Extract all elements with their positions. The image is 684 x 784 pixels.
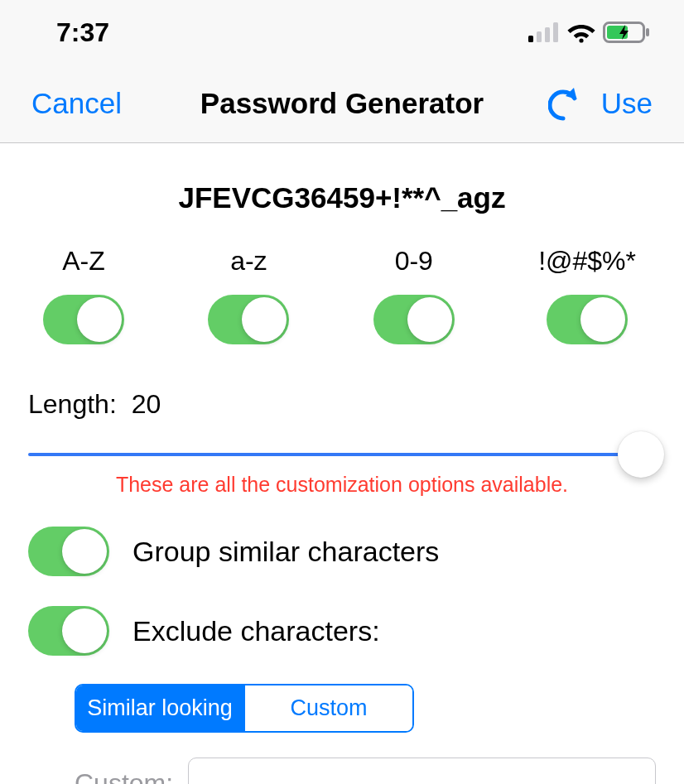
custom-exclude-label: Custom: — [75, 768, 173, 785]
toggle-digits[interactable] — [373, 295, 455, 344]
svg-rect-0 — [528, 36, 533, 42]
refresh-icon — [548, 86, 578, 121]
slider-track — [28, 453, 656, 456]
length-slider[interactable] — [28, 453, 656, 456]
nav-bar: Cancel Password Generator Use — [0, 65, 684, 143]
toggle-group-similar[interactable] — [28, 527, 109, 576]
generated-password: JFEVCG36459+!**^_agz — [28, 143, 656, 246]
length-value: 20 — [132, 389, 161, 420]
custom-exclude-input[interactable] — [188, 758, 656, 784]
svg-rect-3 — [553, 22, 558, 42]
svg-rect-7 — [646, 28, 649, 36]
charset-label-symbols: !@#$%* — [538, 246, 636, 277]
hint-text: These are all the customization options … — [28, 473, 656, 497]
charset-label-lowercase: a-z — [230, 246, 267, 277]
segment-custom[interactable]: Custom — [243, 685, 412, 731]
status-bar: 7:37 — [0, 0, 684, 65]
toggle-symbols[interactable] — [547, 295, 628, 344]
toggle-uppercase[interactable] — [43, 295, 124, 344]
length-row: Length: 20 — [28, 389, 656, 420]
status-icons — [528, 22, 651, 43]
exclude-chars-label: Exclude characters: — [132, 615, 380, 647]
use-button[interactable]: Use — [601, 87, 653, 120]
cellular-icon — [528, 22, 560, 42]
charset-toggles: A-Z a-z 0-9 !@#$%* — [28, 246, 656, 344]
exclude-mode-segmented[interactable]: Similar looking Custom — [75, 684, 414, 733]
battery-icon — [603, 22, 651, 43]
charset-label-uppercase: A-Z — [62, 246, 105, 277]
toggle-exclude-chars[interactable] — [28, 606, 109, 656]
svg-rect-1 — [537, 31, 542, 42]
status-time: 7:37 — [56, 17, 109, 48]
refresh-button[interactable] — [548, 86, 578, 121]
toggle-lowercase[interactable] — [208, 295, 289, 344]
segment-similar-looking[interactable]: Similar looking — [76, 685, 243, 731]
slider-thumb[interactable] — [618, 431, 664, 478]
svg-point-4 — [579, 38, 583, 42]
charset-label-digits: 0-9 — [395, 246, 433, 277]
length-label: Length: — [28, 389, 117, 420]
svg-rect-2 — [545, 27, 550, 42]
cancel-button[interactable]: Cancel — [31, 87, 122, 120]
wifi-icon — [566, 22, 596, 43]
group-similar-label: Group similar characters — [132, 536, 439, 568]
